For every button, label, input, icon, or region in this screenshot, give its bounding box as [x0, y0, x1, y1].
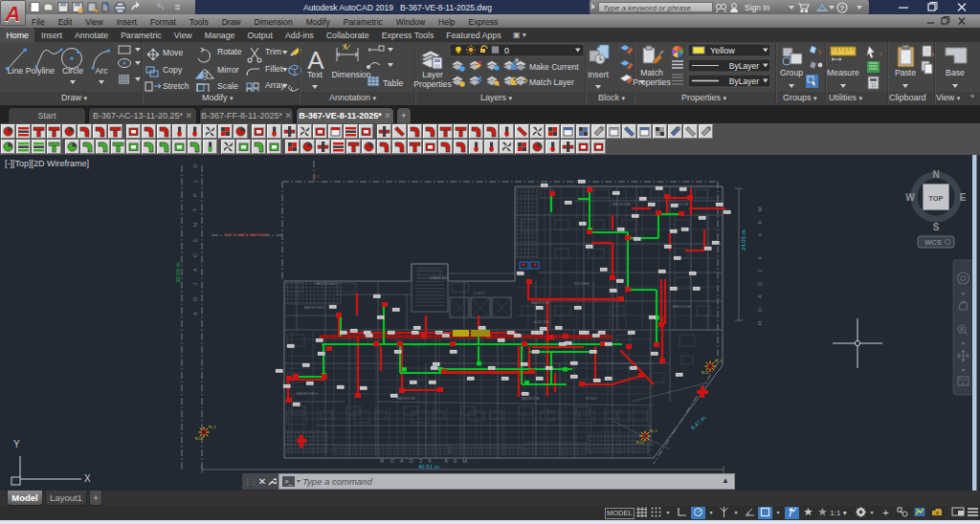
svg-text:Copy: Copy — [163, 65, 183, 75]
svg-text:Scale: Scale — [217, 81, 238, 91]
svg-text:?: ? — [840, 4, 845, 12]
svg-text:BEDROOM 2: BEDROOM 2 — [304, 306, 325, 310]
svg-text:X: X — [84, 473, 91, 484]
svg-text:N-12: N-12 — [636, 441, 644, 445]
svg-text:KITCHEN: KITCHEN — [574, 282, 590, 286]
svg-text:ELEC.RM: ELEC.RM — [534, 320, 549, 324]
svg-text:Arc: Arc — [95, 66, 108, 76]
svg-text:LIFT: LIFT — [474, 291, 485, 295]
svg-text:Insert: Insert — [588, 70, 609, 79]
svg-text:Stretch: Stretch — [163, 81, 189, 91]
svg-text:STAIRCASE: STAIRCASE — [430, 276, 450, 280]
svg-text:Properties: Properties — [633, 77, 671, 87]
svg-text:STUDIO: STUDIO — [435, 332, 449, 336]
svg-text:Line: Line — [8, 66, 24, 76]
svg-text:Base: Base — [946, 68, 965, 77]
svg-text:PL-1: PL-1 — [715, 360, 722, 363]
svg-text:Rotate: Rotate — [217, 47, 242, 56]
svg-text:STUDY: STUDY — [586, 397, 598, 401]
svg-text:ROOM: ROOM — [678, 203, 688, 207]
svg-text:BEDROOM: BEDROOM — [531, 301, 549, 305]
svg-text:Match: Match — [640, 68, 663, 77]
svg-text:Layer: Layer — [422, 70, 443, 79]
svg-text:Group: Group — [780, 68, 803, 77]
svg-text:BEDROOM: BEDROOM — [612, 203, 631, 207]
svg-text:W: W — [905, 192, 915, 203]
svg-text:Y: Y — [13, 439, 20, 449]
svg-text:E: E — [960, 192, 967, 203]
svg-text:40.51 m.: 40.51 m. — [418, 464, 441, 469]
svg-text:BEDROOM 4: BEDROOM 4 — [297, 392, 318, 396]
svg-text:2.5: 2.5 — [314, 174, 320, 179]
svg-text:A D J A C E N T P L O T: A D J A C E N T P L O T — [192, 155, 198, 316]
svg-text:Paste: Paste — [895, 68, 916, 77]
svg-text:TOP: TOP — [928, 194, 943, 203]
svg-text:BEDROOM 3: BEDROOM 3 — [316, 282, 337, 286]
svg-text:N-12: N-12 — [195, 437, 203, 441]
svg-text:PL-1: PL-1 — [650, 429, 657, 433]
svg-text:BEDROOM: BEDROOM — [522, 397, 540, 401]
svg-text:Text: Text — [307, 70, 323, 79]
svg-text:Measure: Measure — [827, 68, 859, 77]
svg-text:8.47 m.: 8.47 m. — [690, 414, 708, 431]
svg-text:Polyline: Polyline — [26, 66, 56, 76]
svg-text:Fillet: Fillet — [265, 64, 283, 74]
svg-text:BEDROOM: BEDROOM — [397, 397, 415, 401]
svg-text:PL-1: PL-1 — [209, 426, 215, 429]
svg-text:4.75 M. WIDE SETBACK: 4.75 M. WIDE SETBACK — [224, 232, 269, 237]
svg-text:R O A D 2 4 . 4 0 M .: R O A D 2 4 . 4 0 M . — [757, 192, 763, 325]
svg-text:N-12: N-12 — [702, 371, 709, 375]
svg-text:Circle: Circle — [62, 66, 83, 76]
svg-text:Mirror: Mirror — [217, 65, 239, 75]
svg-text:Properties: Properties — [413, 79, 452, 89]
svg-text:Trim: Trim — [265, 47, 281, 56]
svg-text:24.00 m.: 24.00 m. — [741, 228, 746, 251]
svg-text:WCS: WCS — [924, 238, 942, 247]
svg-text:N: N — [932, 169, 939, 180]
svg-text:Array: Array — [265, 80, 285, 90]
svg-text:S: S — [933, 222, 940, 232]
svg-text:BEDROOM: BEDROOM — [673, 305, 691, 309]
svg-text:Move: Move — [163, 48, 183, 57]
svg-text:Dimension: Dimension — [331, 70, 370, 79]
svg-text:30.00 m.: 30.00 m. — [175, 260, 181, 283]
